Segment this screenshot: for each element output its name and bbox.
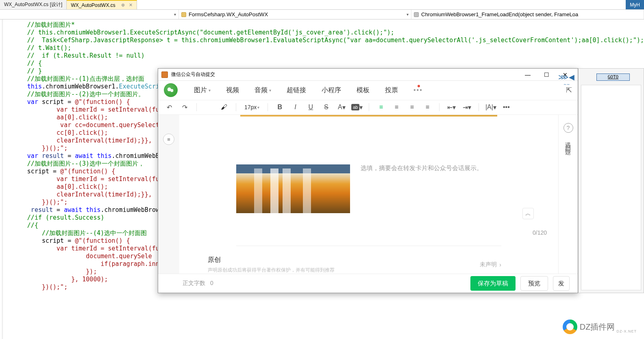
- nav-left-slot[interactable]: ▾: [0, 10, 179, 19]
- app-icon: [161, 71, 168, 78]
- word-count-value: 0: [210, 280, 213, 286]
- align-right-button[interactable]: ≡: [407, 102, 417, 112]
- chevron-right-icon: ›: [499, 261, 501, 268]
- class-icon: [181, 12, 186, 17]
- undo-button[interactable]: ↶: [164, 102, 174, 112]
- maximize-button[interactable]: ☐: [537, 69, 556, 81]
- tab-code[interactable]: WX_AutoPostWX.cs ⊕ ✕: [67, 0, 137, 9]
- underline-button[interactable]: U: [305, 102, 316, 112]
- menu-template[interactable]: 模板: [352, 84, 374, 97]
- label: 模板: [357, 86, 370, 95]
- watermark-logo: [563, 320, 577, 334]
- scroll-top-button[interactable]: ︽: [522, 208, 534, 219]
- dialog-title: 微信公众号自动提交: [171, 71, 215, 78]
- nav-method-label: ChromiumWebBrowser1_FrameLoadEnd(object …: [421, 11, 578, 17]
- chevron-down-icon: ▾: [269, 88, 271, 93]
- dialog-titlebar[interactable]: 微信公众号自动提交 — ☐ ✕: [158, 69, 578, 81]
- editor-tabstrip: WX_AutoPostWX.cs [设计] WX_AutoPostWX.cs ⊕…: [0, 0, 644, 10]
- nav-method-dropdown[interactable]: ChromiumWebBrowser1_FrameLoadEnd(object …: [411, 10, 644, 19]
- separator: [196, 103, 197, 111]
- cover-strip: [240, 115, 497, 117]
- divider: [236, 246, 501, 246]
- strikethrough-button[interactable]: S: [321, 102, 331, 112]
- nav-bar: ▾ FormsCefsharp.WX_AutoPostWX ▾ Chromium…: [0, 10, 644, 19]
- align-justify-button[interactable]: ≡: [422, 102, 433, 112]
- watermark-text: DZ插件网: [580, 322, 615, 333]
- menu-miniprogram[interactable]: 小程序: [318, 84, 345, 97]
- original-status: 未声明 ›: [480, 261, 501, 268]
- chevron-down-icon: ▾: [174, 12, 176, 17]
- font-size-select[interactable]: 17px▾: [244, 104, 259, 110]
- send-button[interactable]: 发: [553, 276, 570, 291]
- menu-video[interactable]: 视频: [222, 84, 243, 97]
- original-row[interactable]: 原创 声明原创成功后将获得平台著作权保护，并有可能得到推荐 未声明 ›: [208, 256, 501, 274]
- original-subtitle: 声明原创成功后将获得平台著作权保护，并有可能得到推荐: [208, 267, 335, 274]
- tab-label: MyH: [630, 2, 640, 8]
- indent-left-button[interactable]: ⇤▾: [446, 102, 457, 112]
- notification-dot: [418, 85, 420, 87]
- char-counter: 0/120: [179, 229, 547, 236]
- chevron-down-icon: ▾: [407, 12, 409, 17]
- chevron-down-icon: ▾: [342, 104, 346, 111]
- redo-button[interactable]: ↷: [179, 102, 190, 112]
- label: 超链接: [287, 86, 306, 95]
- label: 预览: [528, 280, 540, 287]
- wechat-dialog: 微信公众号自动提交 — ☐ ✕ 图片▾ 视频 音频▾ 超链接 小程序 模板 投票…: [158, 68, 578, 293]
- line-height-button[interactable]: |A|▾: [485, 102, 496, 112]
- menu-image[interactable]: 图片▾: [190, 84, 215, 97]
- watermark: DZ插件网 DZ-X.NET: [563, 320, 637, 334]
- tab-designer[interactable]: WX_AutoPostWX.cs [设计]: [0, 0, 67, 9]
- label: 投票: [385, 86, 398, 95]
- clear-format-button[interactable]: [203, 102, 214, 112]
- outline-toggle-button[interactable]: ≡: [163, 134, 174, 145]
- help-icon[interactable]: ?: [564, 123, 573, 133]
- separator: [439, 103, 439, 111]
- menu-audio[interactable]: 音频▾: [250, 84, 275, 97]
- chevron-down-icon: ▾: [257, 105, 259, 110]
- wechat-logo: [164, 83, 178, 97]
- tab-label: WX_AutoPostWX.cs: [71, 2, 115, 8]
- cover-thumbnail[interactable]: [236, 164, 350, 213]
- panel-inner: [581, 85, 641, 290]
- main-panel: 选填，摘要会在转发卡片和公众号会话展示。 0/120 原创 声明原创成功后将获得…: [179, 115, 558, 274]
- indent-right-button[interactable]: ⇥▾: [461, 102, 472, 112]
- format-painter-button[interactable]: 🖌: [219, 102, 229, 112]
- tab-right[interactable]: MyH: [626, 0, 644, 9]
- separator: [369, 103, 369, 111]
- nav-class-dropdown[interactable]: FormsCefsharp.WX_AutoPostWX ▾: [179, 10, 411, 19]
- close-icon[interactable]: ✕: [129, 2, 133, 8]
- menu-vote[interactable]: 投票: [381, 84, 402, 97]
- word-count-label: 正文字数: [183, 280, 205, 286]
- preview-button[interactable]: 预览: [520, 276, 548, 291]
- minimize-button[interactable]: —: [518, 69, 537, 81]
- word-count: 正文字数 0: [183, 280, 213, 287]
- pin-icon[interactable]: ⊕: [121, 2, 125, 8]
- svg-point-1: [170, 89, 173, 92]
- editor-body: ≡ 选填，摘要会在转发卡片和公众号会话展示。 0/120 原创 声明原创成功后将…: [158, 115, 578, 274]
- toolbar-more[interactable]: •••: [501, 102, 511, 112]
- separator: [236, 103, 236, 111]
- align-center-button[interactable]: ≡: [391, 102, 402, 112]
- help-label[interactable]: 遇到问题: [565, 138, 572, 147]
- separator: [268, 103, 268, 111]
- left-rail: ≡: [158, 115, 179, 274]
- label: 视频: [226, 86, 239, 95]
- goto-button[interactable]: GOTO: [596, 73, 630, 81]
- menu-hyperlink[interactable]: 超链接: [283, 84, 310, 97]
- save-draft-button[interactable]: 保存为草稿: [470, 276, 516, 291]
- right-tool-panel: ⋙◀～～ GOTO: [578, 68, 644, 293]
- font-color-button[interactable]: A▾: [336, 102, 347, 112]
- label: 图片: [194, 86, 207, 95]
- label: 发: [558, 280, 564, 287]
- label: 音频: [255, 86, 268, 95]
- bold-button[interactable]: B: [274, 102, 285, 112]
- method-icon: [414, 12, 419, 17]
- summary-input[interactable]: 选填，摘要会在转发卡片和公众号会话展示。: [350, 164, 501, 172]
- chevron-down-icon: ▾: [359, 104, 363, 111]
- fish-icon: ⋙◀～～: [558, 73, 574, 87]
- highlight-button[interactable]: ab▾: [352, 102, 362, 112]
- label: 小程序: [322, 86, 341, 95]
- align-left-button[interactable]: ≡: [376, 102, 386, 112]
- watermark-sub: DZ-X.NET: [617, 329, 637, 333]
- italic-button[interactable]: I: [290, 102, 300, 112]
